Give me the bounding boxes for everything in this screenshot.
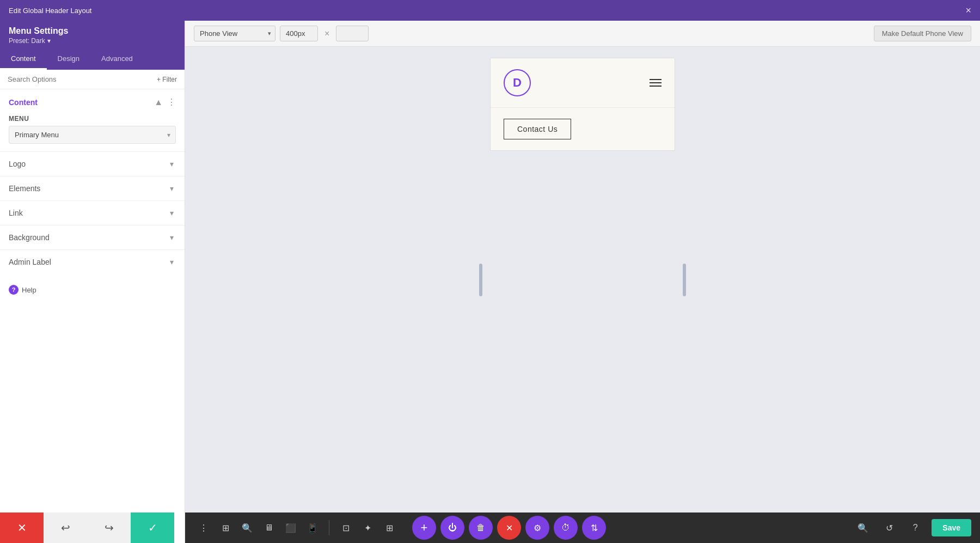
right-area: Phone View Tablet View Desktop View ▾ × … — [185, 21, 980, 543]
admin-label-section: Admin Label ▾ — [0, 249, 185, 274]
panel-title: Menu Settings — [9, 26, 68, 36]
more-options-tool-button[interactable]: ⋮ — [194, 518, 213, 538]
redo-button[interactable]: ↪ — [87, 513, 131, 543]
help-circle-icon: ? — [9, 285, 19, 295]
delete-action-button[interactable]: 🗑 — [469, 516, 493, 540]
help-section[interactable]: ? Help — [0, 274, 185, 306]
contact-us-button[interactable]: Contact Us — [504, 119, 571, 139]
logo-section: Logo ▾ — [0, 151, 185, 176]
save-button[interactable]: Save — [932, 519, 971, 536]
bottom-action-bar: ✕ ↩ ↪ ✓ — [0, 513, 185, 543]
add-action-button[interactable]: + — [412, 516, 436, 540]
action-buttons: + ⏻ 🗑 ✕ ⚙ ⏱ ⇅ — [412, 516, 606, 540]
action-left-buttons: ✕ ↩ ↪ ✓ — [0, 513, 174, 543]
logo-label: Logo — [9, 160, 26, 168]
adjust-action-button[interactable]: ⇅ — [582, 516, 606, 540]
search-tool-button[interactable]: 🔍 — [237, 518, 257, 538]
menu-label: Menu — [9, 115, 176, 123]
section-menu-icon[interactable]: ⋮ — [167, 97, 176, 107]
canvas-area: D Contact Us — [185, 47, 980, 513]
drag-handle-left[interactable] — [479, 264, 482, 296]
section-icons: ▲ ⋮ — [154, 97, 176, 107]
preview-header: D — [491, 58, 675, 108]
preview-logo: D — [504, 69, 531, 96]
link-label: Link — [9, 209, 23, 217]
panel-content: Content ▲ ⋮ Menu Primary Menu Secondary … — [0, 89, 185, 513]
preview-container: D Contact Us — [490, 58, 675, 502]
table-button[interactable]: ⊞ — [379, 518, 399, 538]
view-select-wrapper: Phone View Tablet View Desktop View ▾ — [194, 26, 275, 41]
settings-action-button[interactable]: ⚙ — [525, 516, 549, 540]
sparkle-button[interactable]: ✦ — [358, 518, 377, 538]
view-select[interactable]: Phone View Tablet View Desktop View — [194, 26, 275, 41]
panel-subtitle: Preset: Dark ▾ — [9, 37, 68, 45]
background-section: Background ▾ — [0, 225, 185, 249]
logo-section-header[interactable]: Logo ▾ — [0, 152, 185, 176]
close-action-button[interactable]: ✕ — [497, 516, 521, 540]
search-right-button[interactable]: 🔍 — [853, 518, 873, 538]
background-section-header[interactable]: Background ▾ — [0, 225, 185, 249]
tab-advanced[interactable]: Advanced — [90, 49, 144, 70]
help-right-button[interactable]: ? — [905, 518, 925, 538]
tab-content[interactable]: Content — [0, 49, 47, 70]
panel-header: Menu Settings Preset: Dark ▾ ⊙ ▦ ⋮ — [0, 21, 185, 49]
tool-separator-1 — [329, 520, 329, 535]
hamburger-line-3 — [650, 86, 661, 87]
top-bar: Edit Global Header Layout × — [0, 0, 980, 21]
preview-contact-section: Contact Us — [491, 108, 675, 150]
confirm-button[interactable]: ✓ — [131, 513, 174, 543]
section-collapse-icon[interactable]: ▲ — [154, 97, 163, 107]
make-default-view-button[interactable]: Make Default Phone View — [874, 26, 971, 41]
hamburger-line-2 — [650, 82, 661, 83]
tab-design[interactable]: Design — [47, 49, 90, 70]
search-input[interactable] — [8, 75, 152, 83]
power-action-button[interactable]: ⏻ — [440, 516, 464, 540]
bottom-toolbar: ⋮ ⊞ 🔍 🖥 ⬛ 📱 ⊡ ✦ ⊞ + ⏻ 🗑 ✕ ⚙ ⏱ ⇅ — [185, 513, 980, 543]
elements-section: Elements ▾ — [0, 176, 185, 200]
admin-label-section-header[interactable]: Admin Label ▾ — [0, 250, 185, 274]
link-section: Link ▾ — [0, 200, 185, 225]
help-label: Help — [22, 286, 36, 294]
link-section-header[interactable]: Link ▾ — [0, 201, 185, 225]
menu-select[interactable]: Primary Menu Secondary Menu Footer Menu — [9, 126, 176, 144]
menu-field: Menu Primary Menu Secondary Menu Footer … — [0, 113, 185, 151]
main-layout: Menu Settings Preset: Dark ▾ ⊙ ▦ ⋮ Conte… — [0, 21, 980, 543]
tabs: Content Design Advanced — [0, 49, 185, 70]
phone-view-button[interactable]: 📱 — [303, 518, 322, 538]
preset-arrow[interactable]: ▾ — [47, 37, 51, 45]
history-right-button[interactable]: ↺ — [879, 518, 899, 538]
content-section-header[interactable]: Content ▲ ⋮ — [0, 89, 185, 113]
preset-label: Preset: Dark — [9, 37, 45, 45]
viewport-toolbar: Phone View Tablet View Desktop View ▾ × … — [185, 21, 980, 47]
search-bar: + Filter — [0, 70, 185, 89]
elements-section-header[interactable]: Elements ▾ — [0, 176, 185, 200]
phone-preview: D Contact Us — [490, 58, 675, 151]
desktop-view-button[interactable]: 🖥 — [259, 518, 279, 538]
admin-label-label: Admin Label — [9, 258, 51, 266]
admin-label-chevron-icon: ▾ — [167, 258, 176, 266]
top-bar-title: Edit Global Header Layout — [9, 7, 91, 15]
logo-chevron-icon: ▾ — [167, 160, 176, 168]
filter-button[interactable]: + Filter — [157, 76, 177, 83]
content-section-title: Content — [9, 98, 38, 107]
elements-chevron-icon: ▾ — [167, 184, 176, 193]
drag-handle-right[interactable] — [683, 264, 686, 296]
background-chevron-icon: ▾ — [167, 233, 176, 242]
close-icon[interactable]: × — [965, 5, 971, 16]
menu-select-wrapper: Primary Menu Secondary Menu Footer Menu … — [9, 126, 176, 144]
cancel-button[interactable]: ✕ — [0, 513, 44, 543]
tool-group-left: ⋮ ⊞ 🔍 🖥 ⬛ 📱 — [194, 518, 322, 538]
extra-dimension-input[interactable] — [336, 26, 369, 41]
elements-label: Elements — [9, 184, 40, 193]
tool-group-responsive: ⊡ ✦ ⊞ — [336, 518, 399, 538]
undo-button[interactable]: ↩ — [44, 513, 87, 543]
hamburger-icon[interactable] — [650, 79, 661, 87]
wireframe-button[interactable]: ⊡ — [336, 518, 356, 538]
tablet-view-button[interactable]: ⬛ — [281, 518, 301, 538]
background-label: Background — [9, 233, 50, 242]
timer-action-button[interactable]: ⏱ — [554, 516, 578, 540]
right-buttons: 🔍 ↺ ? Save — [853, 518, 971, 538]
clear-width-button[interactable]: × — [322, 29, 332, 39]
width-input[interactable] — [280, 26, 318, 41]
grid-tool-button[interactable]: ⊞ — [216, 518, 235, 538]
